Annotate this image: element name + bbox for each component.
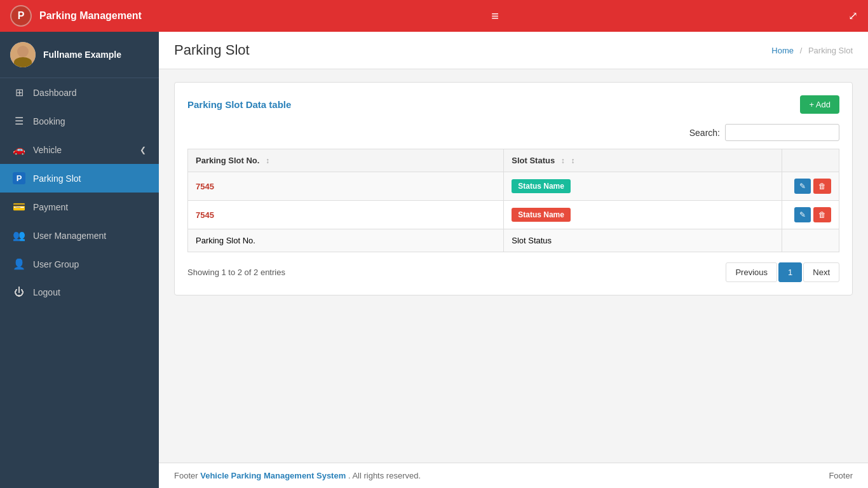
page-header: Parking Slot Home / Parking Slot — [159, 32, 868, 69]
sidebar-label-booking: Booking — [33, 116, 65, 126]
delete-button-2[interactable]: 🗑 — [813, 207, 831, 222]
previous-button[interactable]: Previous — [726, 262, 777, 282]
sidebar-label-user-group: User Group — [33, 259, 79, 269]
footer-right-text: Footer — [829, 471, 853, 480]
cell-actions-2: ✎ 🗑 — [782, 201, 839, 229]
sidebar-item-logout[interactable]: ⏻ Logout — [0, 278, 159, 306]
data-table: Parking Slot No. ↕ Slot Status ↕ ↕ — [187, 149, 839, 252]
fullscreen-icon[interactable]: ⤢ — [848, 9, 858, 23]
main-content: Parking Slot Home / Parking Slot Parking… — [159, 32, 868, 488]
col-header-slot-status: Slot Status ↕ ↕ — [504, 149, 782, 172]
user-group-icon: 👤 — [13, 258, 25, 270]
sidebar-item-booking[interactable]: ☰ Booking — [0, 107, 159, 135]
user-fullname: Fullname Example — [43, 50, 121, 60]
table-row: 7545 Status Name ✎ 🗑 — [188, 201, 839, 229]
cell-slot-status-1: Status Name — [504, 172, 782, 201]
status-badge-1: Status Name — [512, 179, 571, 193]
sidebar-item-parking-slot[interactable]: P Parking Slot — [0, 164, 159, 193]
dashboard-icon: ⊞ — [13, 86, 25, 98]
add-button[interactable]: + Add — [800, 95, 839, 114]
footer-col-slot-no: Parking Slot No. — [188, 229, 504, 252]
sort-icon-slot-status-2[interactable]: ↕ — [571, 156, 574, 165]
logout-icon: ⏻ — [13, 287, 25, 298]
slot-number-2: 7545 — [196, 210, 214, 220]
breadcrumb-home[interactable]: Home — [771, 46, 794, 55]
avatar — [10, 42, 36, 67]
sidebar-item-vehicle[interactable]: 🚗 Vehicle ❮ — [0, 135, 159, 164]
app-title: Parking Management — [39, 10, 142, 22]
sidebar-label-payment: Payment — [33, 202, 68, 212]
cell-slot-no-2: 7545 — [188, 201, 504, 229]
cell-actions-1: ✎ 🗑 — [782, 172, 839, 201]
page-1-button[interactable]: 1 — [778, 262, 802, 282]
cell-slot-no-1: 7545 — [188, 172, 504, 201]
cell-slot-status-2: Status Name — [504, 201, 782, 229]
sidebar-item-user-management[interactable]: 👥 User Management — [0, 221, 159, 250]
sidebar-label-dashboard: Dashboard — [33, 88, 77, 98]
status-badge-2: Status Name — [512, 208, 571, 222]
action-buttons-2: ✎ 🗑 — [790, 207, 831, 222]
footer-col-actions — [782, 229, 839, 252]
table-row: 7545 Status Name ✎ 🗑 — [188, 172, 839, 201]
user-profile: Fullname Example — [0, 32, 159, 78]
next-button[interactable]: Next — [803, 262, 839, 282]
footer-static-text: Footer — [174, 471, 198, 480]
slot-number-1: 7545 — [196, 182, 214, 191]
breadcrumb: Home / Parking Slot — [771, 46, 853, 55]
footer: Footer Vehicle Parking Management System… — [159, 463, 868, 488]
top-navbar: P Parking Management ≡ ⤢ — [0, 0, 868, 32]
sort-icon-slot-status[interactable]: ↕ — [561, 156, 565, 165]
sort-icon-slot-no[interactable]: ↕ — [266, 156, 269, 165]
vehicle-icon: 🚗 — [13, 144, 25, 156]
footer-col-slot-status: Slot Status — [504, 229, 782, 252]
search-label: Search: — [689, 128, 720, 138]
action-buttons-1: ✎ 🗑 — [790, 179, 831, 194]
hamburger-icon[interactable]: ≡ — [491, 9, 499, 24]
sidebar-item-user-group[interactable]: 👤 User Group — [0, 250, 159, 278]
chevron-right-icon: ❮ — [140, 146, 146, 154]
showing-text: Showing 1 to 2 of 2 entries — [187, 268, 285, 277]
search-input[interactable] — [725, 124, 839, 141]
page-title: Parking Slot — [174, 42, 250, 58]
card-header: Parking Slot Data table + Add — [187, 95, 839, 114]
table-header-row: Parking Slot No. ↕ Slot Status ↕ ↕ — [188, 149, 839, 172]
sidebar-item-dashboard[interactable]: ⊞ Dashboard — [0, 78, 159, 107]
table-footer-row: Parking Slot No. Slot Status — [188, 229, 839, 252]
payment-icon: 💳 — [13, 201, 25, 213]
pagination-row: Showing 1 to 2 of 2 entries Previous 1 N… — [187, 262, 839, 282]
col-header-actions — [782, 149, 839, 172]
sidebar: Fullname Example ⊞ Dashboard ☰ Booking 🚗… — [0, 32, 159, 488]
app-logo: P — [10, 5, 32, 27]
footer-rights-text: . All rights reserved. — [348, 471, 421, 480]
footer-left: Footer Vehicle Parking Management System… — [174, 471, 421, 480]
edit-button-1[interactable]: ✎ — [794, 179, 811, 194]
user-management-icon: 👥 — [13, 229, 25, 241]
sidebar-label-vehicle: Vehicle — [33, 145, 62, 155]
pagination: Previous 1 Next — [726, 262, 839, 282]
card-title: Parking Slot Data table — [187, 99, 291, 110]
sidebar-label-user-management: User Management — [33, 231, 106, 241]
breadcrumb-current: Parking Slot — [808, 46, 853, 55]
sidebar-item-payment[interactable]: 💳 Payment — [0, 193, 159, 221]
breadcrumb-separator: / — [800, 46, 803, 55]
parking-slot-icon: P — [13, 172, 25, 184]
edit-button-2[interactable]: ✎ — [794, 207, 811, 222]
sidebar-label-parking-slot: Parking Slot — [33, 173, 81, 184]
sidebar-label-logout: Logout — [33, 287, 60, 297]
delete-button-1[interactable]: 🗑 — [813, 179, 831, 194]
footer-brand-link[interactable]: Vehicle Parking Management System — [200, 471, 346, 480]
search-row: Search: — [187, 124, 839, 141]
booking-icon: ☰ — [13, 115, 25, 127]
content-area: Parking Slot Data table + Add Search: Pa… — [159, 69, 868, 463]
col-header-slot-no: Parking Slot No. ↕ — [188, 149, 504, 172]
data-card: Parking Slot Data table + Add Search: Pa… — [174, 82, 853, 295]
